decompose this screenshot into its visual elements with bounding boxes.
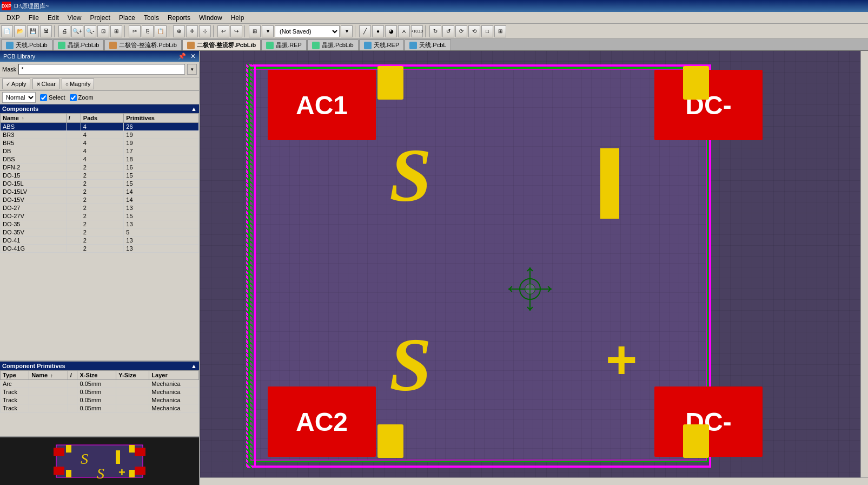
comp-button[interactable]: ⊞ xyxy=(494,25,506,37)
menu-item-view[interactable]: View xyxy=(63,13,86,23)
prim-col-xsize[interactable]: X-Size xyxy=(77,371,116,380)
prim-col-layer[interactable]: Layer xyxy=(149,371,199,380)
grid-button[interactable]: ⊞ xyxy=(249,25,261,37)
canvas-area[interactable]: AC1 AC2 DC- DC- S S xyxy=(200,51,868,485)
table-row[interactable]: ABS426 xyxy=(1,123,199,131)
table-row[interactable]: DB417 xyxy=(1,147,199,155)
table-row[interactable]: DO-15LV214 xyxy=(1,188,199,196)
col-slash[interactable]: / xyxy=(66,114,81,123)
prim-scroll-up[interactable]: ▲ xyxy=(191,363,197,369)
origin-button[interactable]: ⊕ xyxy=(173,25,185,37)
tab-0[interactable]: 天线.PcbLib xyxy=(1,40,52,50)
list-item[interactable]: Track0.05mmMechanica xyxy=(1,396,199,404)
prim-scroll[interactable]: Type Name ↑ / X-Size Y-Size Layer Arc0.0… xyxy=(0,370,199,436)
zoom-fit-button[interactable]: ⊡ xyxy=(97,25,109,37)
table-row[interactable]: DO-41213 xyxy=(1,237,199,245)
horizontal-scrollbar[interactable] xyxy=(200,477,868,485)
table-row[interactable]: DO-15215 xyxy=(1,172,199,180)
comp-scroll[interactable]: Name ↑ / Pads Primitives ABS426BR3419BR5… xyxy=(0,113,199,361)
table-row[interactable]: DFN-2216 xyxy=(1,163,199,172)
cut-button[interactable]: ✂ xyxy=(129,25,141,37)
save-button[interactable]: 💾 xyxy=(27,25,39,37)
select-check-label[interactable]: Select xyxy=(40,94,65,101)
col-primitives[interactable]: Primitives xyxy=(124,114,199,123)
col-name[interactable]: Name ↑ xyxy=(1,114,67,123)
open-button[interactable]: 📂 xyxy=(14,25,26,37)
tab-1[interactable]: 晶振.PcbLib xyxy=(53,40,104,50)
undo-button[interactable]: ↩ xyxy=(217,25,229,37)
table-row[interactable]: DO-27V215 xyxy=(1,212,199,220)
mode-select[interactable]: Normal xyxy=(2,92,36,103)
zoom-check-label[interactable]: Zoom xyxy=(70,94,94,101)
mask-input[interactable] xyxy=(18,64,185,75)
panel-close-button[interactable]: ✕ xyxy=(190,53,196,60)
prim-col-ysize[interactable]: Y-Size xyxy=(116,371,149,380)
mask-dropdown[interactable]: ▾ xyxy=(187,64,197,75)
tab-3[interactable]: 二极管-整流桥.PcbLib xyxy=(182,40,261,50)
vertical-scrollbar[interactable] xyxy=(860,51,868,477)
list-item[interactable]: Arc0.05mmMechanica xyxy=(1,380,199,388)
cross-button[interactable]: ✛ xyxy=(186,25,198,37)
rotate3-button[interactable]: ⟳ xyxy=(455,25,467,37)
menu-item-edit[interactable]: Edit xyxy=(43,13,63,23)
grid-dropdown[interactable]: ▾ xyxy=(262,25,274,37)
apply-button[interactable]: ✓ Apply xyxy=(2,78,30,89)
prim-col-name[interactable]: Name ↑ xyxy=(29,371,68,380)
table-row[interactable]: DO-15L215 xyxy=(1,180,199,188)
rotate2-button[interactable]: ↺ xyxy=(442,25,454,37)
zoom-in-button[interactable]: 🔍+ xyxy=(71,25,83,37)
list-item[interactable]: Track0.05mmMechanica xyxy=(1,388,199,396)
snap-button[interactable]: ⊹ xyxy=(199,25,211,37)
comp-scroll-up[interactable]: ▲ xyxy=(191,106,197,112)
tab-5[interactable]: 晶振.PcbLib xyxy=(307,40,359,50)
panel-pin-button[interactable]: 📌 xyxy=(178,53,186,60)
dot-button[interactable]: ● xyxy=(372,25,384,37)
clear-button[interactable]: ✕ Clear xyxy=(32,78,59,89)
table-row[interactable]: DO-15V214 xyxy=(1,196,199,204)
rotate-button[interactable]: ↻ xyxy=(429,25,441,37)
paste-button[interactable]: 📋 xyxy=(155,25,167,37)
table-row[interactable]: DBS418 xyxy=(1,155,199,163)
draw-line-button[interactable]: ╱ xyxy=(359,25,371,37)
dropdown-arrow[interactable]: ▾ xyxy=(341,25,353,37)
new-button[interactable]: 📄 xyxy=(1,25,13,37)
col-pads[interactable]: Pads xyxy=(81,114,123,123)
rotate4-button[interactable]: ⟲ xyxy=(468,25,480,37)
menu-item-reports[interactable]: Reports xyxy=(163,13,195,23)
tab-2[interactable]: 二极管-整流桥.PcbLib xyxy=(104,40,181,50)
menu-item-window[interactable]: Window xyxy=(195,13,227,23)
table-row[interactable]: BR5419 xyxy=(1,139,199,147)
prim-col-slash[interactable]: / xyxy=(68,371,77,380)
rect-button[interactable]: □ xyxy=(481,25,493,37)
menu-item-project[interactable]: Project xyxy=(86,13,115,23)
redo-button[interactable]: ↪ xyxy=(230,25,242,37)
table-row[interactable]: DO-27213 xyxy=(1,204,199,212)
menu-item-file[interactable]: File xyxy=(24,13,43,23)
zoom-out-button[interactable]: 🔍- xyxy=(84,25,96,37)
save-all-button[interactable]: 🖫 xyxy=(40,25,52,37)
tab-4[interactable]: 晶振.REP xyxy=(261,40,307,50)
tab-6[interactable]: 天线.REP xyxy=(359,40,405,50)
coord-button[interactable]: +10,10 xyxy=(411,25,423,37)
tab-7[interactable]: 天线.PcbL xyxy=(405,40,451,50)
magnify-button[interactable]: ○ Magnify xyxy=(62,78,95,89)
table-row[interactable]: DO-35V25 xyxy=(1,228,199,237)
not-saved-dropdown[interactable]: (Not Saved) xyxy=(275,25,340,37)
print-button[interactable]: 🖨 xyxy=(58,25,70,37)
zoom-checkbox[interactable] xyxy=(70,94,77,101)
list-item[interactable]: Track0.05mmMechanica xyxy=(1,404,199,412)
menu-item-tools[interactable]: Tools xyxy=(140,13,163,23)
menu-item-place[interactable]: Place xyxy=(115,13,140,23)
menu-item-help[interactable]: Help xyxy=(227,13,249,23)
table-row[interactable]: DO-35213 xyxy=(1,220,199,228)
prim-col-type[interactable]: Type xyxy=(1,371,29,380)
select-checkbox[interactable] xyxy=(40,94,47,101)
table-row[interactable]: DO-41G213 xyxy=(1,245,199,253)
menu-item-dxp[interactable]: DXP xyxy=(2,13,24,23)
copy-button[interactable]: ⎘ xyxy=(142,25,154,37)
zoom-sel-button[interactable]: ⊞ xyxy=(110,25,122,37)
arc-button[interactable]: ◕ xyxy=(385,25,397,37)
crosshair xyxy=(508,267,552,311)
text-button[interactable]: A xyxy=(398,25,410,37)
table-row[interactable]: BR3419 xyxy=(1,131,199,139)
